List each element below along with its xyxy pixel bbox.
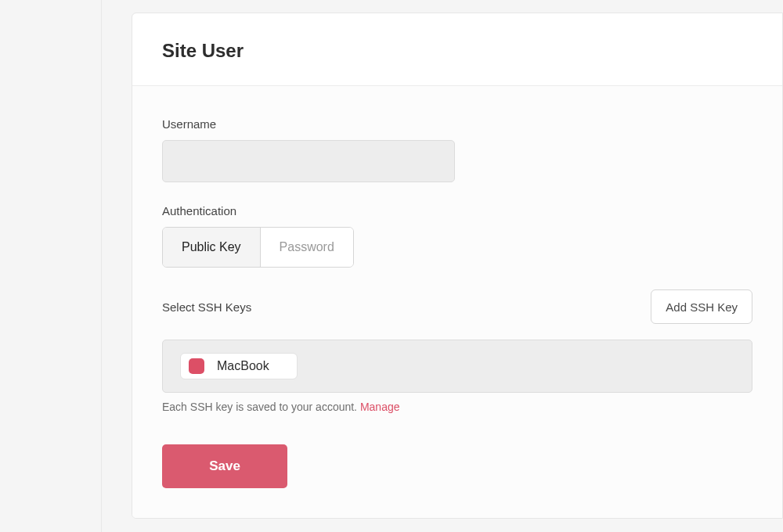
ssh-keys-section: Select SSH Keys Add SSH Key MacBook Each… (162, 289, 752, 413)
ssh-header-row: Select SSH Keys Add SSH Key (162, 289, 752, 324)
authentication-field-group: Authentication Public Key Password (162, 204, 752, 268)
add-ssh-key-button[interactable]: Add SSH Key (651, 289, 752, 324)
username-input[interactable] (162, 140, 455, 182)
sidebar-spacer (0, 0, 102, 532)
username-label: Username (162, 117, 752, 131)
content-area: Site User Username Authentication Public… (102, 0, 783, 532)
ssh-key-chip[interactable]: MacBook (180, 353, 298, 379)
authentication-label: Authentication (162, 204, 752, 217)
save-button[interactable]: Save (162, 444, 287, 488)
username-field-group: Username (162, 117, 752, 182)
card-body: Username Authentication Public Key Passw… (132, 86, 782, 518)
site-user-card: Site User Username Authentication Public… (132, 13, 783, 519)
ssh-help-text: Each SSH key is saved to your account. M… (162, 401, 752, 413)
auth-option-password[interactable]: Password (261, 228, 353, 267)
auth-option-public-key[interactable]: Public Key (163, 228, 261, 267)
ssh-keys-label: Select SSH Keys (162, 300, 251, 314)
authentication-segmented-control: Public Key Password (162, 227, 354, 268)
ssh-keys-box: MacBook (162, 340, 752, 393)
ssh-help-text-content: Each SSH key is saved to your account. (162, 401, 360, 413)
manage-ssh-link[interactable]: Manage (360, 401, 400, 413)
ssh-key-name: MacBook (217, 359, 269, 373)
page-title: Site User (162, 40, 752, 62)
checkbox-checked-icon[interactable] (189, 358, 204, 374)
card-header: Site User (132, 13, 782, 86)
